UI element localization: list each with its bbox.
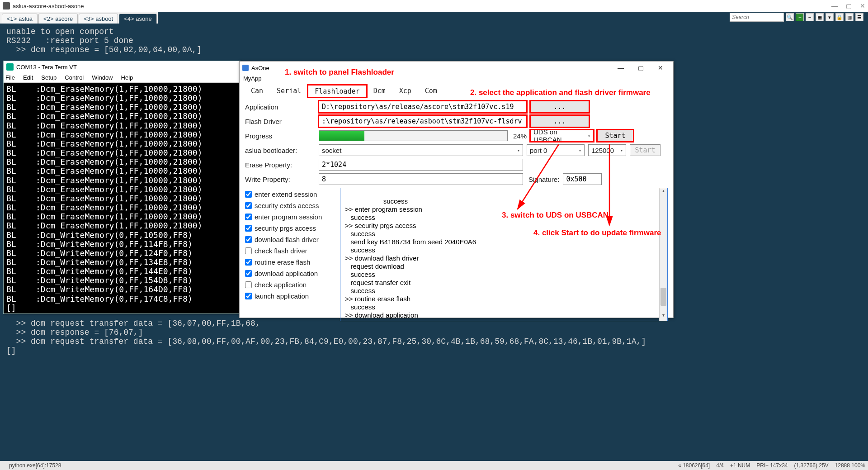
erase-property-input[interactable] (319, 159, 523, 171)
tab-can[interactable]: Can (244, 85, 270, 97)
check-enter-extend-session[interactable]: enter extend session (245, 190, 340, 198)
checkbox-3[interactable] (245, 225, 252, 232)
checkbox-1[interactable] (245, 202, 252, 209)
protocol-select[interactable]: UDS on USBCAN (530, 130, 594, 142)
check-label: launch application (255, 292, 309, 300)
checkbox-6[interactable] (245, 259, 252, 266)
maximize-icon[interactable]: ▢ (846, 2, 852, 9)
baud-select[interactable]: 125000 (588, 144, 626, 156)
progress-bar (319, 130, 508, 141)
write-property-input[interactable] (319, 173, 523, 185)
checkbox-2[interactable] (245, 214, 252, 220)
signature-input[interactable] (563, 173, 602, 185)
minus-icon[interactable]: − (806, 13, 814, 21)
menu-edit[interactable]: Edit (23, 74, 33, 81)
port-select[interactable]: port 0 (527, 144, 585, 156)
check-check-flash-driver[interactable]: check flash driver (245, 247, 340, 255)
status-seg-4: (1,32766) 25V (794, 462, 829, 469)
bootloader-select[interactable]: socket (319, 144, 523, 156)
menu-control[interactable]: Control (65, 74, 84, 81)
asone-window: AsOne — ▢ ✕ MyApp Can Serial Flashloader… (239, 61, 674, 318)
asone-minimize-icon[interactable]: — (611, 64, 631, 71)
search-icon[interactable]: 🔍 (786, 13, 794, 21)
checkbox-8[interactable] (245, 281, 252, 288)
progress-pct: 24% (511, 132, 527, 140)
teraterm-titlebar[interactable]: COM13 - Tera Term VT (4, 61, 240, 73)
tab-xcp[interactable]: Xcp (392, 85, 418, 97)
check-security-extds-access[interactable]: security extds access (245, 202, 340, 209)
plus-icon[interactable]: ＋ (796, 13, 804, 21)
menu-window[interactable]: Window (92, 74, 113, 81)
log-output[interactable]: success >> enter program session success… (340, 188, 668, 321)
close-icon[interactable]: ✕ (860, 2, 865, 9)
checkbox-5[interactable] (245, 247, 252, 254)
asone-app-label: MyApp (240, 74, 673, 83)
check-download-flash-driver[interactable]: download flash driver (245, 236, 340, 243)
host-tab-2[interactable]: <2> ascore (38, 14, 78, 24)
teraterm-body[interactable]: BL :Dcm_EraseMemory(1,FF,10000,21800) BL… (4, 83, 240, 313)
minimize-icon[interactable]: — (831, 2, 838, 9)
lock-icon[interactable]: 🔒 (835, 13, 844, 21)
host-tab-3[interactable]: <3> asboot (79, 14, 118, 24)
teraterm-title-text: COM13 - Tera Term VT (16, 64, 77, 71)
status-seg-3: PRI÷ 147x34 (756, 462, 788, 469)
check-launch-application[interactable]: launch application (245, 292, 340, 300)
search-input[interactable] (730, 13, 784, 22)
teraterm-menubar: File Edit Setup Control Window Help (4, 73, 240, 83)
checkbox-9[interactable] (245, 293, 252, 299)
asone-tabs: Can Serial Flashloader Dcm Xcp Com (240, 85, 673, 97)
tab-dcm[interactable]: Dcm (367, 85, 392, 97)
progress-fill (319, 131, 364, 141)
application-input[interactable] (319, 101, 527, 113)
host-tab-4[interactable]: <4> asone (119, 14, 156, 24)
status-seg-2: +1 NUM (730, 462, 750, 469)
host-tabs: <1> aslua <2> ascore <3> asboot <4> ason… (0, 12, 158, 24)
scroll-up-icon[interactable]: ▴ (660, 188, 667, 196)
asone-title-text: AsOne (251, 65, 269, 71)
check-routine-erase-flash[interactable]: routine erase flash (245, 258, 340, 266)
check-label: check flash driver (255, 247, 307, 255)
checkbox-7[interactable] (245, 270, 252, 277)
check-label: check application (255, 281, 307, 289)
host-app-icon (3, 2, 10, 9)
menu-setup[interactable]: Setup (41, 74, 57, 81)
bootloader-start-button[interactable]: Start (630, 144, 660, 156)
check-security-prgs-access[interactable]: security prgs access (245, 224, 340, 232)
tab-flashloader[interactable]: Flashloader (308, 85, 366, 97)
dropdown-icon[interactable]: ▾ (826, 13, 834, 21)
start-button[interactable]: Start (597, 130, 633, 142)
check-label: routine erase flash (255, 258, 310, 266)
scroll-down-icon[interactable]: ▾ (660, 313, 667, 321)
tab-com[interactable]: Com (418, 85, 444, 97)
tab-serial[interactable]: Serial (270, 85, 308, 97)
grid-icon[interactable]: ▦ (816, 13, 824, 21)
list-icon[interactable]: ☰ (855, 13, 863, 21)
label-application: Application (245, 103, 315, 111)
columns-icon[interactable]: ▥ (845, 13, 854, 21)
checkbox-0[interactable] (245, 191, 252, 198)
label-signature: Signature: (528, 176, 559, 183)
check-label: enter extend session (255, 190, 317, 198)
asone-content: Application ... Flash Driver ... Progres… (240, 97, 673, 325)
asone-close-icon[interactable]: ✕ (651, 64, 670, 71)
check-download-application[interactable]: download application (245, 270, 340, 277)
flash-driver-browse-button[interactable]: ... (530, 115, 589, 127)
asone-titlebar[interactable]: AsOne — ▢ ✕ (240, 62, 673, 74)
teraterm-window: COM13 - Tera Term VT File Edit Setup Con… (3, 61, 241, 314)
label-bootloader: aslua bootloader: (245, 147, 315, 154)
host-tab-1[interactable]: <1> aslua (2, 14, 38, 24)
asone-app-icon (242, 65, 249, 71)
log-scrollbar[interactable]: ▴ ▾ (659, 188, 667, 321)
status-process: python.exe[64]:17528 (9, 462, 61, 469)
host-title: aslua-ascore-asboot-asone (13, 3, 84, 9)
check-enter-program-session[interactable]: enter program session (245, 213, 340, 221)
menu-help[interactable]: Help (121, 74, 133, 81)
host-titlebar: aslua-ascore-asboot-asone — ▢ ✕ (0, 0, 868, 12)
scroll-thumb[interactable] (660, 288, 666, 306)
asone-maximize-icon[interactable]: ▢ (631, 64, 651, 71)
application-browse-button[interactable]: ... (530, 101, 589, 113)
checkbox-4[interactable] (245, 236, 252, 243)
check-check-application[interactable]: check application (245, 281, 340, 289)
menu-file[interactable]: File (5, 74, 15, 81)
flash-driver-input[interactable] (319, 115, 527, 127)
